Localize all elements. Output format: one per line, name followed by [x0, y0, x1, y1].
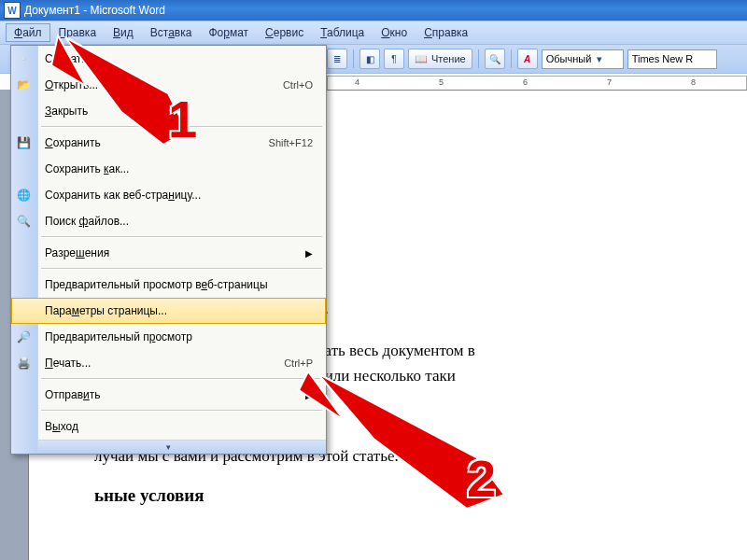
window-title: Документ1 - Microsoft Word: [24, 4, 165, 17]
menu-item-label: Сохранить как...: [45, 162, 129, 175]
menu-item-label: Выход: [45, 420, 78, 433]
menu-shortcut: Shift+F12: [269, 137, 313, 148]
style-combo[interactable]: Обычный ▾: [542, 49, 624, 69]
toolbar-separator: [511, 49, 512, 68]
doc-map-icon[interactable]: ◧: [359, 49, 380, 69]
menu-вид[interactable]: Вид: [105, 23, 142, 42]
menu-separator: [41, 268, 322, 270]
menu-формат[interactable]: Формат: [200, 23, 257, 42]
menu-item[interactable]: 🌐Сохранить как веб-страницу...: [11, 182, 326, 208]
menu-item[interactable]: 🔍Поиск файлов...: [11, 208, 326, 234]
file-menu-dropdown: ▫️Создать...📂Открыть...Ctrl+OЗакрыть💾Сох…: [10, 45, 327, 455]
menu-item[interactable]: Предварительный просмотр веб-страницы: [11, 272, 326, 298]
menu-item[interactable]: Выход: [11, 413, 326, 440]
menu-separator: [41, 378, 322, 380]
menu-separator: [41, 410, 322, 412]
menu-item-label: Поиск файлов...: [45, 215, 129, 228]
body-heading: ьные условия: [94, 485, 747, 506]
open-icon: 📂: [15, 77, 32, 93]
doc-icon: ▫️: [15, 50, 32, 67]
menu-item-label: Открыть...: [45, 78, 98, 91]
menu-справка[interactable]: Справка: [416, 23, 476, 42]
read-mode-button[interactable]: 📖 Чтение: [408, 49, 472, 69]
menu-item-label: Предварительный просмотр веб-страницы: [45, 278, 268, 291]
menu-item[interactable]: 🔎Предварительный просмотр: [11, 324, 326, 350]
menu-item[interactable]: 🖨️Печать...Ctrl+P: [11, 350, 326, 376]
menu-item[interactable]: ▫️Создать...: [11, 46, 326, 72]
toolbar-separator: [478, 49, 479, 68]
menu-shortcut: Ctrl+P: [284, 357, 313, 369]
saveweb-icon: 🌐: [15, 187, 32, 203]
menu-separator: [41, 236, 322, 238]
menu-item[interactable]: Сохранить как...: [11, 156, 326, 182]
menu-item-label: Предварительный просмотр: [45, 330, 192, 343]
titlebar: W Документ1 - Microsoft Word: [0, 0, 747, 21]
menu-item[interactable]: 📂Открыть...Ctrl+O: [11, 72, 326, 98]
menu-item-label: Сохранить: [45, 136, 101, 149]
menu-item[interactable]: Закрыть: [11, 98, 326, 124]
menu-item[interactable]: 💾СохранитьShift+F12: [11, 130, 326, 156]
save-icon: 💾: [15, 134, 32, 151]
columns-icon[interactable]: ≣: [327, 49, 347, 69]
app-icon: W: [4, 2, 21, 19]
menu-item-label: Закрыть: [45, 105, 88, 118]
menu-expand-chevron[interactable]: ▾: [11, 440, 326, 454]
menu-item[interactable]: Разрешения▶: [11, 240, 326, 266]
print-icon: 🖨️: [15, 355, 32, 371]
search-icon: 🔍: [15, 213, 32, 230]
menu-сервис[interactable]: Сервис: [257, 23, 312, 42]
menu-item-label: Создать...: [45, 52, 97, 65]
menu-item-label: Печать...: [45, 357, 91, 370]
menu-окно[interactable]: Окно: [373, 23, 416, 42]
show-marks-icon[interactable]: ¶: [384, 49, 404, 69]
menu-файл[interactable]: Файл: [6, 23, 50, 42]
menu-item-label: Параметры страницы...: [45, 304, 167, 317]
menu-правка[interactable]: Правка: [50, 23, 106, 42]
font-combo[interactable]: Times New R: [627, 49, 717, 69]
menu-shortcut: Ctrl+O: [283, 79, 313, 91]
book-icon: 📖: [415, 53, 428, 65]
menu-item-label: Разрешения: [45, 246, 109, 259]
chevron-right-icon: ▶: [305, 248, 313, 259]
menu-вставка[interactable]: Вставка: [142, 23, 201, 42]
menu-item[interactable]: Параметры страницы...: [11, 298, 326, 324]
menu-таблица[interactable]: Таблица: [312, 23, 373, 42]
menu-separator: [41, 126, 322, 128]
menu-item-label: Сохранить как веб-страницу...: [45, 189, 201, 202]
menubar: ФайлПравкаВидВставкаФорматСервисТаблицаО…: [0, 21, 747, 45]
toolbar-separator: [353, 49, 354, 68]
zoom-icon[interactable]: 🔍: [485, 49, 505, 69]
menu-item-label: Отправить: [45, 388, 101, 401]
chevron-down-icon: ▾: [597, 53, 602, 65]
preview-icon: 🔎: [15, 329, 32, 345]
chevron-right-icon: ▶: [305, 390, 313, 400]
style-format-icon[interactable]: A: [517, 49, 538, 69]
menu-item[interactable]: Отправить▶: [11, 382, 326, 408]
